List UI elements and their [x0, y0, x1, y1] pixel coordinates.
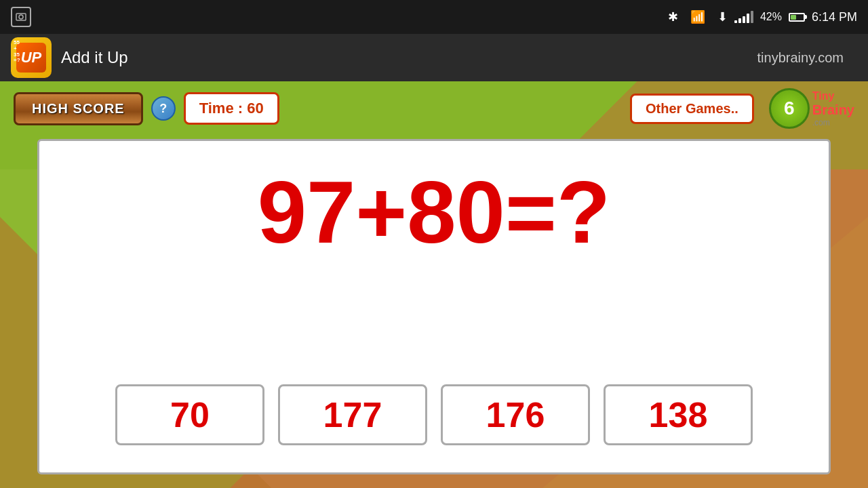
timer-display: Time : 60 — [184, 92, 279, 125]
answer-button-ans-177[interactable]: 177 — [278, 384, 427, 445]
tiny-brainy-circle: 6 — [769, 88, 810, 129]
tiny-label: Tiny — [812, 90, 854, 102]
answer-row: 70177176138 — [66, 384, 802, 445]
answer-button-ans-176[interactable]: 176 — [441, 384, 590, 445]
app-logo-inner: UP — [16, 43, 46, 73]
app-logo-nums: 55 + 35 =? — [14, 40, 20, 64]
wifi-icon: 📶 — [690, 9, 705, 24]
answer-button-ans-70[interactable]: 70 — [115, 384, 264, 445]
game-area: HIGH SCORE ? Time : 60 Other Games.. 6 T… — [0, 81, 868, 488]
other-games-button[interactable]: Other Games.. — [630, 94, 754, 124]
download-icon: ⬇ — [717, 9, 728, 24]
tiny-brainy-number: 6 — [784, 98, 795, 119]
game-toolbar: HIGH SCORE ? Time : 60 Other Games.. 6 T… — [14, 88, 854, 129]
tiny-brainy-logo: 6 Tiny Brainy .com — [769, 88, 854, 129]
status-time: 6:14 PM — [812, 10, 857, 24]
bluetooth-icon: ✱ — [668, 9, 678, 24]
equation-display: 97+80=? — [258, 168, 610, 256]
high-score-button[interactable]: HIGH SCORE — [14, 92, 143, 125]
svg-point-1 — [19, 15, 23, 19]
answer-button-ans-138[interactable]: 138 — [604, 384, 753, 445]
tiny-brainy-text: Tiny Brainy .com — [812, 90, 854, 127]
game-board: 97+80=? 70177176138 — [37, 139, 831, 474]
app-name: Add it Up — [61, 48, 757, 67]
signal-bars — [734, 11, 753, 23]
app-bar: 55 + 35 =? UP Add it Up tinybrainy.com — [0, 34, 868, 81]
com-label: .com — [812, 118, 854, 127]
status-bar-left — [11, 7, 31, 27]
status-bar: ✱ 📶 ⬇ 42% 6:14 PM — [0, 0, 868, 34]
screenshot-icon — [11, 7, 31, 27]
brainy-label: Brainy — [812, 102, 854, 118]
help-button[interactable]: ? — [151, 96, 176, 121]
battery-icon — [789, 13, 805, 22]
battery-percent: 42% — [760, 11, 782, 23]
app-logo: 55 + 35 =? UP — [11, 37, 52, 78]
status-bar-right: ✱ 📶 ⬇ 42% 6:14 PM — [663, 9, 857, 24]
app-url: tinybrainy.com — [757, 50, 844, 66]
